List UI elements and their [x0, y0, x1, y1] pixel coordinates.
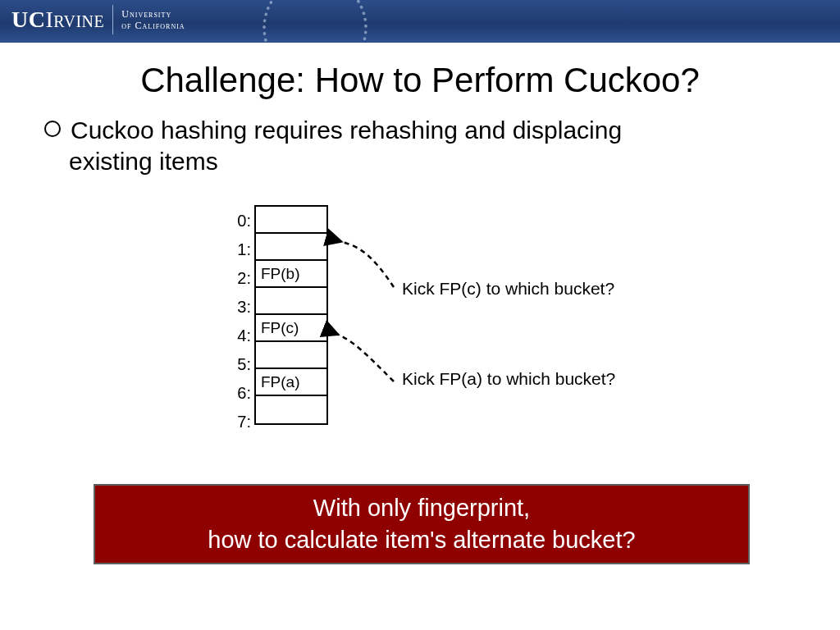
- bucket-label-2: 2:: [230, 264, 251, 293]
- annotation-kick-c: Kick FP(c) to which bucket?: [402, 279, 614, 299]
- logo-main: UCIrvine: [11, 7, 104, 33]
- bullet-block: Cuckoo hashing requires rehashing and di…: [44, 113, 783, 176]
- bucket-cell-6: FP(a): [256, 369, 326, 396]
- header-logo: UCIrvine University of California: [11, 5, 185, 34]
- bucket-label-5: 5:: [230, 350, 251, 379]
- bucket-cell-5: [256, 342, 326, 369]
- logo-divider: [112, 5, 113, 34]
- bucket-label-0: 0:: [230, 207, 251, 235]
- bucket-cell-7: [256, 396, 326, 423]
- logo-sub-line2: of California: [121, 20, 185, 31]
- bucket-cell-0: [256, 207, 326, 234]
- bullet-line1: Cuckoo hashing requires rehashing and di…: [71, 116, 622, 144]
- seal-icon: [262, 0, 368, 43]
- bucket-cell-1: [256, 234, 326, 261]
- bullet-marker-icon: [44, 121, 61, 137]
- bucket-label-4: 4:: [230, 322, 251, 350]
- bullet-line2: existing items: [69, 146, 783, 177]
- diagram: 0: 1: 2: 3: 4: 5: 6: 7: FP(b) FP(c) FP(a…: [230, 205, 640, 451]
- annotation-kick-a: Kick FP(a) to which bucket?: [402, 369, 615, 389]
- slide-title: Challenge: How to Perform Cuckoo?: [0, 61, 840, 100]
- logo-sub-line1: University: [121, 8, 171, 20]
- bucket-label-7: 7:: [230, 408, 251, 436]
- callout-line2: how to calculate item's alternate bucket…: [95, 524, 748, 556]
- bucket-cell-4: FP(c): [256, 315, 326, 342]
- bucket-cell-3: [256, 288, 326, 315]
- header-bar: UCIrvine University of California: [0, 0, 840, 43]
- bucket-label-1: 1:: [230, 235, 251, 264]
- bucket-label-3: 3:: [230, 293, 251, 322]
- arrow-kick-c: [340, 241, 394, 287]
- arrow-kick-a: [336, 334, 394, 381]
- bucket-label-6: 6:: [230, 379, 251, 408]
- callout-box: With only fingerprint, how to calculate …: [94, 484, 750, 564]
- bucket-table: FP(b) FP(c) FP(a): [254, 205, 328, 425]
- logo-subtitle: University of California: [121, 8, 185, 32]
- bucket-cell-2: FP(b): [256, 261, 326, 288]
- callout-line1: With only fingerprint,: [95, 492, 748, 524]
